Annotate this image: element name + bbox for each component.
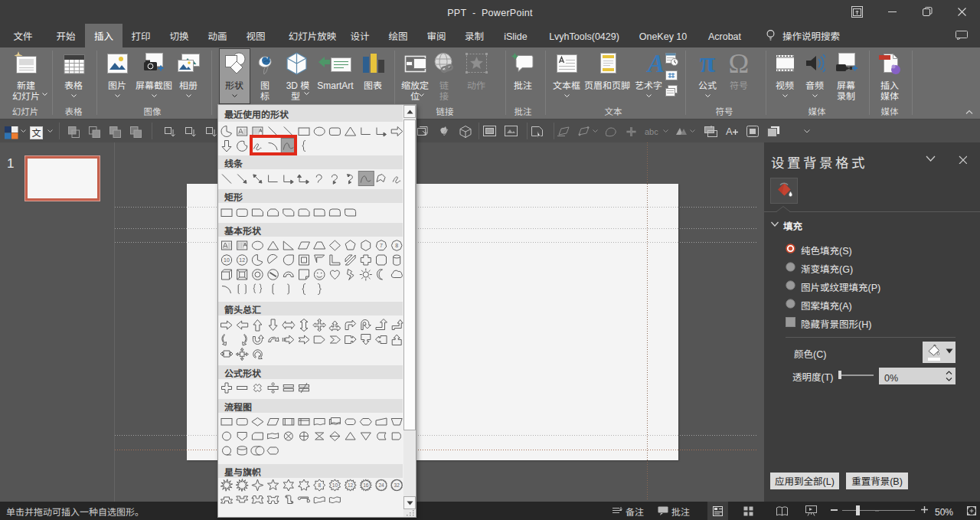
svg-text:10: 10 [332,482,338,488]
svg-text:16: 16 [363,482,369,488]
svg-text:12: 12 [239,257,245,263]
svg-text:32: 32 [394,482,400,488]
svg-text:10: 10 [224,257,230,263]
svg-text:24: 24 [378,482,384,488]
svg-text:8: 8 [318,482,321,488]
svg-text:abc: abc [645,127,658,136]
svg-text:文: 文 [31,126,41,139]
svg-text:8: 8 [395,243,398,248]
svg-text:A: A [726,126,733,137]
svg-text:7: 7 [380,243,383,248]
svg-text:12: 12 [348,482,354,488]
